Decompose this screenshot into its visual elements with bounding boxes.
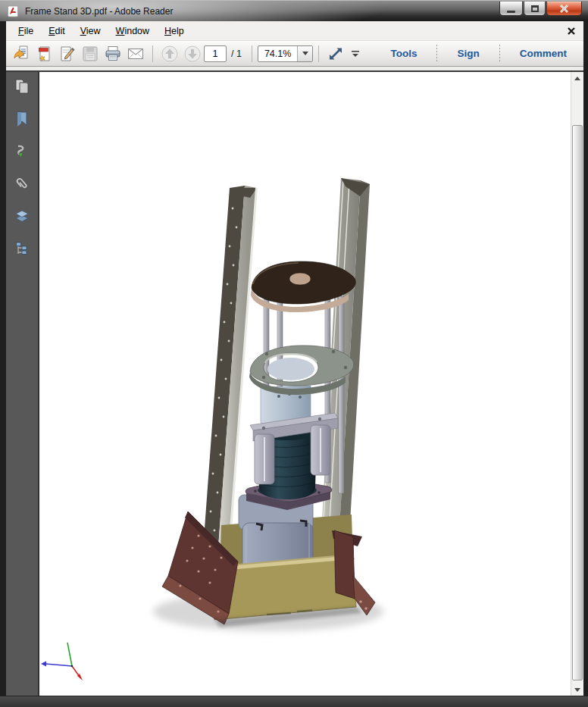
previous-page-button[interactable] — [158, 43, 181, 64]
save-button[interactable] — [79, 43, 102, 64]
menu-file[interactable]: File — [11, 23, 41, 39]
comment-button[interactable]: Comment — [508, 48, 579, 59]
chevron-down-icon — [302, 52, 308, 55]
maximize-icon — [531, 5, 539, 12]
open-icon — [13, 45, 31, 63]
zoom-dropdown-button[interactable] — [297, 46, 312, 61]
menu-view[interactable]: View — [73, 23, 108, 39]
adobe-reader-window: Frame Stand 3D.pdf - Adobe Reader File E… — [0, 0, 588, 707]
scrollbar-thumb[interactable] — [572, 125, 583, 680]
menu-edit[interactable]: Edit — [41, 23, 73, 39]
top-plate — [251, 261, 355, 312]
fit-width-button[interactable] — [324, 43, 347, 64]
window-controls — [499, 1, 582, 16]
print-icon — [104, 45, 122, 63]
frame-stand-3d-model — [39, 72, 571, 696]
page-number-input[interactable] — [204, 45, 227, 62]
pdf-page[interactable] — [39, 72, 571, 696]
reading-order-button[interactable] — [11, 142, 33, 161]
next-page-icon — [183, 45, 202, 63]
menubar-close-icon[interactable] — [567, 27, 576, 36]
menu-help[interactable]: Help — [157, 23, 192, 39]
vertical-scrollbar[interactable] — [571, 72, 583, 696]
title-bar[interactable]: Frame Stand 3D.pdf - Adobe Reader — [0, 0, 588, 21]
navigation-sidebar — [6, 72, 39, 696]
bookmarks-icon — [13, 110, 31, 128]
email-button[interactable] — [124, 43, 147, 64]
save-icon — [81, 45, 99, 63]
attachments-button[interactable] — [11, 174, 33, 194]
scroll-up-button[interactable] — [571, 72, 583, 84]
bookmarks-button[interactable] — [11, 109, 33, 129]
toolbar-separator — [252, 45, 252, 62]
fill-sign-icon — [58, 45, 77, 63]
reading-order-icon — [13, 142, 31, 161]
zoom-value: 74.1% — [258, 48, 297, 59]
window-title: Frame Stand 3D.pdf - Adobe Reader — [25, 6, 173, 17]
toolbar-dotted-separator — [436, 45, 437, 63]
document-area — [6, 72, 583, 696]
window-bottom-border — [0, 696, 588, 707]
minimize-button[interactable] — [499, 2, 523, 16]
open-button[interactable] — [11, 43, 33, 64]
toolbar-gap — [6, 67, 583, 72]
model-tree-button[interactable] — [11, 239, 33, 259]
fit-width-icon — [327, 45, 344, 62]
scroll-down-button[interactable] — [571, 684, 583, 696]
adobe-reader-icon — [7, 5, 19, 17]
scroll-up-icon — [574, 77, 580, 80]
sign-button[interactable]: Sign — [445, 48, 491, 59]
page-thumbnails-button[interactable] — [11, 77, 33, 96]
model-tree-icon — [13, 240, 31, 258]
minimize-icon — [507, 11, 515, 13]
attachments-icon — [13, 175, 31, 193]
layers-icon — [13, 208, 31, 226]
toolbar-overflow-button[interactable] — [347, 43, 364, 64]
toolbar-overflow-icon — [349, 48, 361, 59]
create-pdf-button[interactable] — [33, 43, 56, 64]
menu-bar: File Edit View Window Help — [6, 21, 583, 41]
menu-window[interactable]: Window — [108, 23, 157, 39]
close-button[interactable] — [546, 2, 582, 16]
main-toolbar: / 1 74.1% Tools Sign Comment — [6, 41, 583, 67]
layers-button[interactable] — [11, 207, 33, 227]
create-pdf-icon — [36, 45, 54, 63]
toolbar-separator — [318, 45, 319, 62]
zoom-field[interactable]: 74.1% — [258, 45, 313, 62]
email-icon — [127, 45, 145, 63]
coordinate-triad — [41, 643, 83, 680]
maximize-button[interactable] — [524, 2, 546, 16]
fill-sign-button[interactable] — [56, 43, 79, 64]
previous-page-icon — [161, 45, 179, 63]
page-thumbnails-icon — [13, 77, 31, 95]
toolbar-dotted-separator — [499, 45, 500, 63]
tools-button[interactable]: Tools — [378, 48, 429, 59]
print-button[interactable] — [102, 43, 124, 64]
next-page-button[interactable] — [181, 43, 204, 64]
page-total-label: / 1 — [231, 48, 242, 59]
scrollbar-track[interactable] — [571, 84, 583, 684]
toolbar-separator — [152, 45, 153, 62]
close-icon — [559, 5, 569, 13]
scroll-down-icon — [574, 688, 580, 692]
